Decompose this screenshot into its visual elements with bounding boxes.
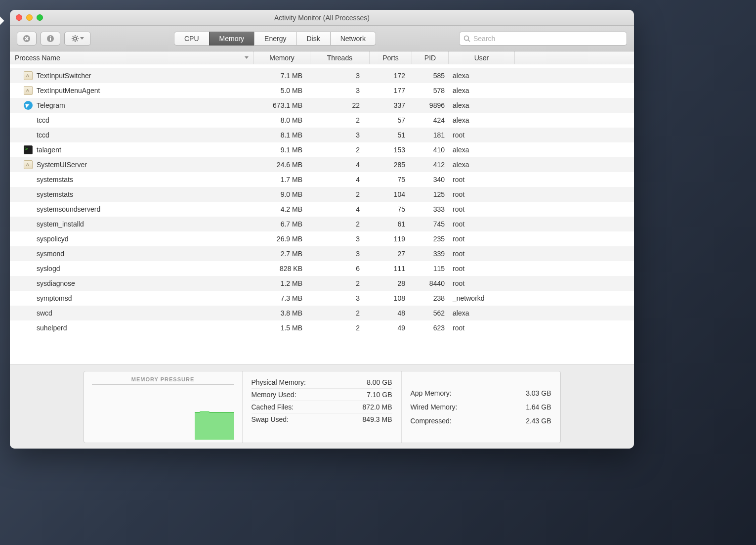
stat-value: 8.00 GB bbox=[367, 378, 392, 386]
table-row[interactable]: suhelperd1.5 MB249623root bbox=[10, 320, 634, 335]
stat-row: Cached Files:872.0 MB bbox=[252, 401, 392, 413]
process-ports: 75 bbox=[370, 205, 412, 213]
table-row[interactable]: syspolicyd26.9 MB3119235root bbox=[10, 231, 634, 246]
toolbar: CPU Memory Energy Disk Network bbox=[10, 26, 634, 51]
process-memory: 673.1 MB bbox=[254, 101, 310, 109]
stat-label: App Memory: bbox=[411, 389, 452, 397]
tab-memory[interactable]: Memory bbox=[209, 32, 255, 45]
table-row[interactable]: tccd8.1 MB351181root bbox=[10, 128, 634, 142]
tab-disk[interactable]: Disk bbox=[296, 32, 330, 45]
process-name: tccd bbox=[37, 116, 254, 124]
tab-network[interactable]: Network bbox=[330, 32, 376, 45]
table-row[interactable]: symptomsd7.3 MB3108238_networkd bbox=[10, 291, 634, 306]
process-icon-cell bbox=[10, 71, 37, 80]
process-ports: 337 bbox=[370, 101, 412, 109]
tab-cpu[interactable]: CPU bbox=[174, 32, 210, 45]
window-title: Activity Monitor (All Processes) bbox=[10, 14, 634, 22]
process-user: root bbox=[449, 324, 515, 332]
process-threads: 2 bbox=[310, 309, 370, 317]
process-ports: 108 bbox=[370, 294, 412, 302]
process-ports: 172 bbox=[370, 72, 412, 80]
stat-label: Wired Memory: bbox=[411, 403, 458, 411]
search-input[interactable] bbox=[473, 35, 623, 43]
process-user: _networkd bbox=[449, 294, 515, 302]
close-button[interactable] bbox=[16, 14, 22, 21]
process-icon-cell bbox=[10, 160, 37, 169]
process-name: symptomsd bbox=[37, 294, 254, 302]
table-row[interactable]: system_installd6.7 MB261745root bbox=[10, 217, 634, 231]
process-user: alexa bbox=[449, 161, 515, 169]
info-button[interactable] bbox=[41, 32, 60, 45]
table-row[interactable]: sysmond2.7 MB327339root bbox=[10, 246, 634, 261]
table-row[interactable]: syslogd828 KB6111115root bbox=[10, 261, 634, 276]
table-row[interactable]: talagent9.1 MB2153410alexa bbox=[10, 142, 634, 157]
process-memory: 8.0 MB bbox=[254, 116, 310, 124]
process-ports: 177 bbox=[370, 87, 412, 94]
zoom-button[interactable] bbox=[37, 14, 43, 21]
memory-summary-box: MEMORY PRESSURE Physical Memory:8.00 GBM… bbox=[84, 371, 561, 443]
header-ports[interactable]: Ports bbox=[370, 51, 412, 64]
process-ports: 153 bbox=[370, 146, 412, 154]
stop-process-button[interactable] bbox=[17, 32, 37, 45]
process-name: tccd bbox=[37, 131, 254, 139]
table-row[interactable]: SystemUIServer24.6 MB4285412alexa bbox=[10, 157, 634, 172]
stat-label: Memory Used: bbox=[252, 391, 296, 399]
header-pid[interactable]: PID bbox=[412, 51, 449, 64]
process-user: alexa bbox=[449, 309, 515, 317]
table-row[interactable]: sysdiagnose1.2 MB2288440root bbox=[10, 276, 634, 291]
stat-value: 849.3 MB bbox=[363, 415, 392, 423]
stat-row: App Memory:3.03 GB bbox=[411, 386, 551, 400]
process-user: root bbox=[449, 176, 515, 183]
process-memory: 828 KB bbox=[254, 265, 310, 272]
table-row[interactable]: Telegram673.1 MB223379896alexa bbox=[10, 98, 634, 113]
table-row[interactable]: tccd8.0 MB257424alexa bbox=[10, 113, 634, 128]
stat-value: 3.03 GB bbox=[526, 389, 551, 397]
process-memory: 1.7 MB bbox=[254, 176, 310, 183]
process-pid: 578 bbox=[412, 87, 449, 94]
table-row[interactable]: systemsoundserverd4.2 MB475333root bbox=[10, 202, 634, 217]
process-memory: 7.3 MB bbox=[254, 294, 310, 302]
titlebar[interactable]: Activity Monitor (All Processes) bbox=[10, 10, 634, 26]
tab-energy[interactable]: Energy bbox=[254, 32, 296, 45]
process-memory: 676 KB bbox=[254, 64, 310, 65]
process-threads: 22 bbox=[310, 101, 370, 109]
process-threads: 6 bbox=[310, 265, 370, 272]
stop-icon bbox=[23, 35, 31, 43]
process-memory: 5.0 MB bbox=[254, 87, 310, 94]
process-threads: 2 bbox=[310, 324, 370, 332]
header-user[interactable]: User bbox=[449, 51, 515, 64]
header-process-name[interactable]: Process Name bbox=[10, 51, 254, 64]
header-memory[interactable]: Memory bbox=[254, 51, 310, 64]
process-pid: 310 bbox=[412, 64, 449, 65]
process-name: systemstats bbox=[37, 190, 254, 198]
table-row[interactable]: systemstats1.7 MB475340root bbox=[10, 172, 634, 187]
process-memory: 6.7 MB bbox=[254, 220, 310, 228]
table-row[interactable]: swcd3.8 MB248562alexa bbox=[10, 306, 634, 320]
gear-icon bbox=[71, 35, 79, 43]
svg-line-9 bbox=[73, 36, 74, 37]
settings-menu-button[interactable] bbox=[64, 32, 91, 45]
process-user: alexa bbox=[449, 146, 515, 154]
process-table[interactable]: thermald676 KB231310rootTextInputSwitche… bbox=[10, 64, 634, 364]
process-memory: 9.1 MB bbox=[254, 146, 310, 154]
process-threads: 3 bbox=[310, 87, 370, 94]
app-icon bbox=[24, 160, 33, 169]
stat-label: Swap Used: bbox=[252, 415, 289, 423]
table-row[interactable]: thermald676 KB231310root bbox=[10, 64, 634, 68]
search-box[interactable] bbox=[459, 32, 627, 45]
process-name: talagent bbox=[37, 146, 254, 154]
process-name: syspolicyd bbox=[37, 235, 254, 243]
table-row[interactable]: TextInputMenuAgent5.0 MB3177578alexa bbox=[10, 83, 634, 98]
stat-value: 872.0 MB bbox=[363, 403, 392, 411]
table-row[interactable]: systemstats9.0 MB2104125root bbox=[10, 187, 634, 202]
minimize-button[interactable] bbox=[26, 14, 33, 21]
search-icon bbox=[463, 35, 470, 42]
stats-right: App Memory:3.03 GBWired Memory:1.64 GBCo… bbox=[401, 371, 560, 443]
process-ports: 28 bbox=[370, 279, 412, 287]
table-row[interactable]: TextInputSwitcher7.1 MB3172585alexa bbox=[10, 68, 634, 83]
process-name: SystemUIServer bbox=[37, 161, 254, 169]
process-threads: 2 bbox=[310, 279, 370, 287]
process-user: alexa bbox=[449, 87, 515, 94]
header-threads[interactable]: Threads bbox=[310, 51, 370, 64]
sort-chevron-icon bbox=[245, 56, 249, 59]
